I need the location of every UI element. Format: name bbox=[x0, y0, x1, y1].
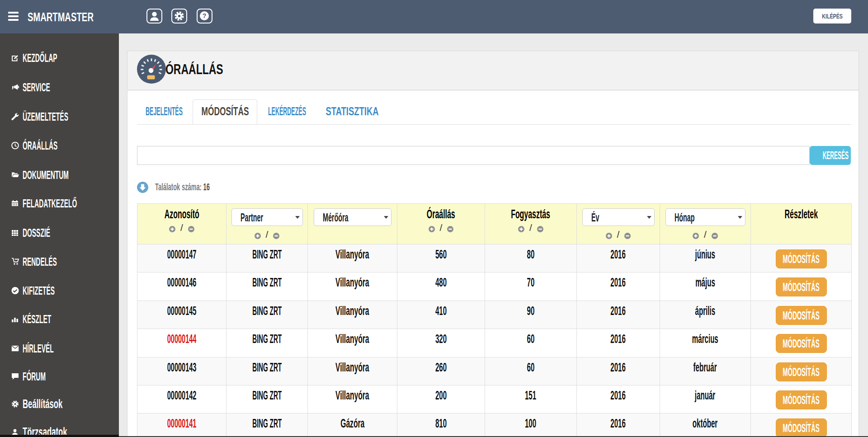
svg-text:?: ? bbox=[203, 12, 207, 19]
